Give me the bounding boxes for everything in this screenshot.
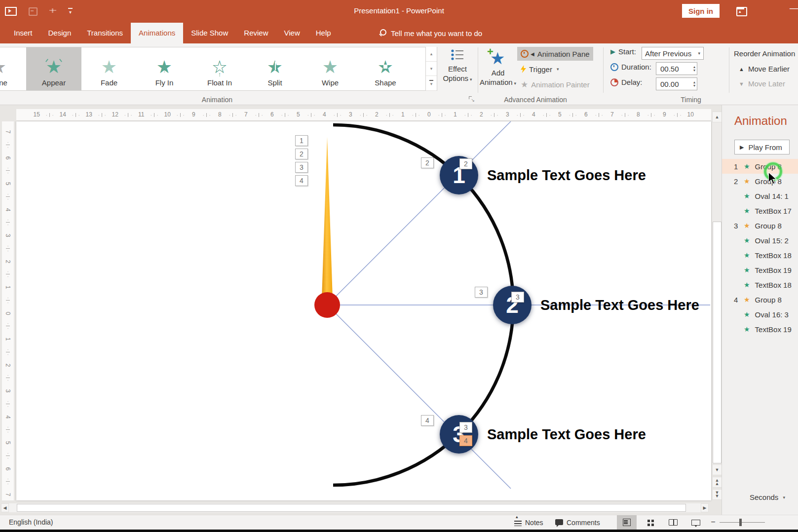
animation-order-badge[interactable]: 1	[295, 135, 308, 146]
diagram-node-1[interactable]: 1	[440, 156, 478, 194]
tab-home[interactable]: Home	[0, 23, 6, 43]
animation-list-item-11[interactable]: ★Oval 16: 3	[722, 307, 798, 322]
horizontal-scrollbar-thumb[interactable]	[17, 504, 686, 512]
animation-list-item-7[interactable]: ★TextBox 18	[722, 248, 798, 263]
animation-painter-button[interactable]: ★ Animation Painter	[517, 77, 593, 91]
scroll-down-icon[interactable]: ▼	[712, 464, 722, 475]
animation-list-item-4[interactable]: ★TextBox 17	[722, 203, 798, 218]
duration-spinner[interactable]: 00.50 ▴▾	[656, 62, 697, 75]
ruler-tick	[540, 109, 554, 120]
notes-button[interactable]: Notes	[514, 515, 543, 530]
normal-view-button[interactable]	[617, 515, 637, 530]
gallery-item-split[interactable]: ★Split	[247, 47, 303, 90]
clock-needle[interactable]	[322, 137, 333, 306]
delay-spinner[interactable]: 00.00 ▴▾	[656, 77, 697, 90]
animation-list-item-6[interactable]: ★Oval 15: 2	[722, 233, 798, 248]
animation-item-label: TextBox 18	[755, 281, 792, 289]
play-from-button[interactable]: ▶ Play From	[734, 140, 790, 154]
center-dot[interactable]	[314, 292, 340, 318]
customize-qat-icon[interactable]: ▾	[68, 8, 73, 15]
diagram-node-3[interactable]: 3	[440, 415, 478, 454]
scroll-up-icon[interactable]: ▲	[712, 112, 722, 122]
animation-list-item-2[interactable]: 2★Group 8	[722, 174, 798, 189]
gallery-item-appear[interactable]: ★Appear	[26, 47, 81, 90]
animation-list-item-3[interactable]: ★Oval 14: 1	[722, 189, 798, 203]
animation-order-badge[interactable]: 2	[421, 157, 434, 168]
ruler-tick	[593, 109, 606, 120]
animation-list-item-12[interactable]: ★TextBox 19	[722, 322, 798, 337]
tab-review[interactable]: Review	[236, 23, 276, 43]
reading-view-button[interactable]	[663, 515, 683, 530]
comments-button[interactable]: Comments	[555, 515, 600, 530]
animation-order-badge[interactable]: 4	[459, 435, 472, 446]
ruler-tick	[2, 190, 14, 203]
diagram-label[interactable]: Sample Text Goes Here	[487, 165, 646, 186]
animation-list-item-9[interactable]: ★TextBox 18	[722, 277, 798, 292]
spinner-arrows-icon[interactable]: ▴▾	[693, 80, 695, 87]
gallery-item-flyin[interactable]: ★Fly In	[137, 47, 192, 90]
spinner-arrows-icon[interactable]: ▴▾	[693, 65, 695, 72]
tell-me-box[interactable]: Tell me what you want to do	[380, 23, 482, 43]
gallery-item-fade[interactable]: ★Fade	[81, 47, 137, 90]
slideshow-view-button[interactable]	[686, 515, 706, 530]
animation-order-badge[interactable]: 4	[421, 415, 434, 426]
animation-list-item-10[interactable]: 4★Group 8	[722, 292, 798, 307]
move-earlier-button[interactable]: ▲ Move Earlier	[739, 65, 790, 73]
minimize-button[interactable]: —	[790, 3, 798, 13]
zoom-slider-handle[interactable]	[739, 519, 742, 526]
animation-list-item-8[interactable]: ★TextBox 19	[722, 263, 798, 277]
ruler-mark: 1	[396, 109, 410, 120]
slide-canvas[interactable]: 12341Sample Text Goes Here222Sample Text…	[16, 121, 711, 500]
shape-star-icon: ★	[378, 57, 393, 78]
slide-sorter-button[interactable]	[641, 515, 660, 530]
tab-design[interactable]: Design	[40, 23, 79, 43]
animation-order-badge[interactable]: 3	[459, 422, 472, 433]
animation-order-badge[interactable]: 4	[295, 175, 308, 186]
dialog-launcher-icon[interactable]	[469, 96, 474, 102]
scroll-left-icon[interactable]: ◀	[1, 503, 9, 512]
tab-animations[interactable]: Animations	[131, 23, 183, 43]
vertical-scrollbar-thumb[interactable]	[713, 222, 722, 463]
animation-order-badge[interactable]: 3	[295, 162, 308, 173]
seconds-dropdown[interactable]: Seconds ▾	[750, 493, 785, 501]
gallery-scroll-down-icon[interactable]: ▾	[426, 62, 437, 76]
diagram-label[interactable]: Sample Text Goes Here	[540, 295, 699, 315]
animation-star-icon: ★	[744, 162, 750, 170]
gallery-item-floatin[interactable]: ☆Float In	[192, 47, 247, 90]
animation-order-badge[interactable]: 3	[511, 292, 524, 303]
animation-sequence-number: 4	[734, 296, 741, 304]
diagram-label[interactable]: Sample Text Goes Here	[487, 424, 646, 445]
animation-item-label: TextBox 18	[755, 251, 792, 260]
trigger-label: Trigger	[529, 65, 552, 74]
zoom-slider-track[interactable]	[720, 522, 765, 523]
ruler-tick	[2, 320, 14, 333]
animation-list-item-5[interactable]: 3★Group 8	[722, 218, 798, 233]
gallery-item-shape[interactable]: ★Shape	[358, 47, 413, 90]
tab-help[interactable]: Help	[308, 23, 339, 43]
animation-list-item-1[interactable]: 1★Group 8	[722, 159, 798, 174]
gallery-more-icon[interactable]: ▾	[426, 76, 437, 91]
language-status[interactable]: English (India)	[9, 515, 53, 530]
gallery-item-wipe[interactable]: ★Wipe	[303, 47, 358, 90]
ribbon-display-options-icon[interactable]	[736, 7, 747, 16]
gallery-scroll-up-icon[interactable]: ▴	[426, 47, 437, 62]
scroll-right-icon[interactable]: ▶	[701, 503, 709, 512]
start-combobox[interactable]: After Previous ▾	[642, 47, 704, 60]
sign-in-button[interactable]: Sign in	[682, 4, 720, 18]
start-slideshow-icon[interactable]	[5, 7, 17, 16]
animation-order-badge[interactable]: 2	[295, 149, 308, 159]
animation-order-badge[interactable]: 2	[459, 158, 472, 169]
zoom-out-icon[interactable]: −	[709, 515, 717, 530]
gallery-item-none[interactable]: ★None	[0, 47, 26, 90]
next-slide-icon[interactable]: ▼▼	[712, 489, 722, 500]
animation-order-badge[interactable]: 3	[475, 287, 488, 298]
previous-slide-icon[interactable]: ▲▲	[712, 477, 722, 488]
tab-insert[interactable]: Insert	[6, 23, 40, 43]
effect-options-button[interactable]: Effect Options▾	[439, 47, 476, 93]
add-animation-button[interactable]: ★+ Add Animation▾	[480, 47, 516, 93]
tab-slide-show[interactable]: Slide Show	[183, 23, 236, 43]
tab-view[interactable]: View	[276, 23, 307, 43]
trigger-button[interactable]: Trigger ▾	[517, 62, 563, 76]
tab-transitions[interactable]: Transitions	[79, 23, 131, 43]
animation-pane-button[interactable]: ◀ Animation Pane	[517, 47, 593, 61]
